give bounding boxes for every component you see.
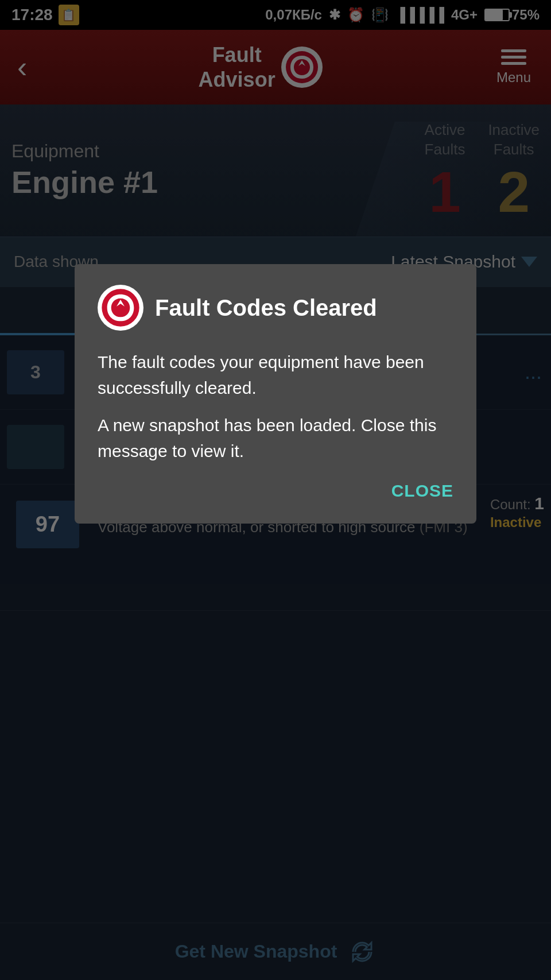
modal-body: The fault codes your equipment have been… (98, 349, 453, 464)
modal-close-button[interactable]: CLOSE (391, 481, 453, 501)
modal-body-line2: A new snapshot has been loaded. Close th… (98, 412, 453, 464)
modal-overlay: Fault Codes Cleared The fault codes your… (0, 0, 551, 980)
modal-title: Fault Codes Cleared (155, 295, 377, 321)
modal-cummins-logo (98, 285, 143, 331)
modal-dialog: Fault Codes Cleared The fault codes your… (75, 264, 476, 524)
modal-footer: CLOSE (98, 481, 453, 501)
modal-header: Fault Codes Cleared (98, 285, 453, 331)
modal-body-line1: The fault codes your equipment have been… (98, 349, 453, 401)
